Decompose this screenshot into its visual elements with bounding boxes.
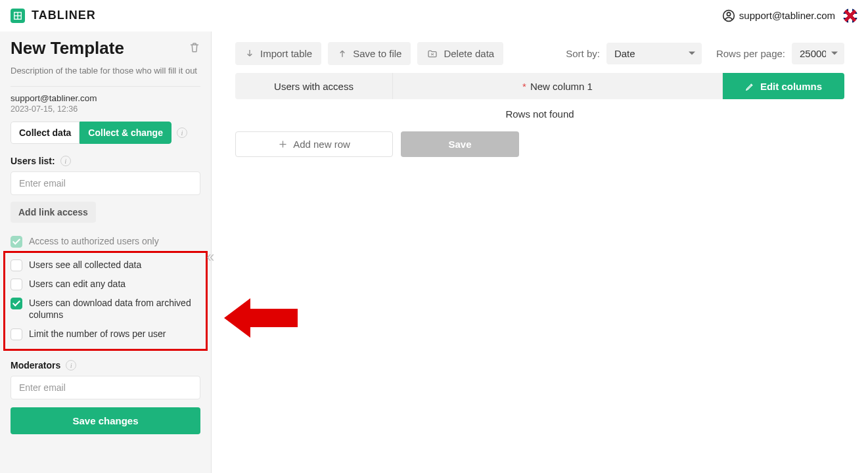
sidebar: New Template Description of the table fo… [0, 32, 212, 473]
delete-template-icon[interactable] [189, 41, 200, 55]
rows-per-page-label: Rows per page: [716, 48, 785, 59]
moderators-email-input[interactable] [11, 376, 200, 399]
checkbox-download-archived-label: Users can download data from archived co… [29, 297, 200, 322]
column-header-new-column[interactable]: * New column 1 [393, 73, 723, 99]
table-header: Users with access * New column 1 Edit co… [235, 73, 844, 99]
rows-per-page-select[interactable]: 25000 [792, 43, 844, 64]
download-arrow-icon [244, 49, 255, 59]
add-link-access-button[interactable]: Add link access [11, 202, 96, 223]
checkbox-edit-any-data-label: Users can edit any data [29, 278, 126, 290]
checkbox-authorized-only[interactable] [11, 236, 22, 248]
brand-name: TABLINER [32, 9, 96, 22]
app-logo-icon [11, 9, 25, 23]
users-email-input[interactable] [11, 171, 200, 195]
toolbar: Import table Save to file Delete data So… [235, 42, 844, 65]
save-changes-button[interactable]: Save changes [11, 407, 200, 434]
language-flag-uk-icon[interactable] [843, 9, 857, 23]
checkbox-authorized-only-label: Access to authorized users only [29, 235, 159, 248]
save-to-file-label: Save to file [353, 48, 401, 59]
users-list-label: Users list: [11, 156, 55, 166]
account-link[interactable]: support@tabliner.com [722, 9, 835, 22]
template-title[interactable]: New Template [11, 38, 124, 58]
sort-by-select[interactable]: Date [606, 43, 702, 64]
mode-collect-and-change[interactable]: Collect & change [80, 122, 171, 144]
required-asterisk-icon: * [522, 81, 526, 92]
info-icon[interactable]: i [66, 360, 76, 371]
template-description[interactable]: Description of the table for those who w… [11, 65, 200, 77]
folder-delete-icon [426, 49, 438, 59]
edit-columns-label: Edit columns [760, 81, 822, 92]
upload-arrow-icon [337, 49, 348, 59]
info-icon[interactable]: i [60, 156, 71, 166]
user-email: support@tabliner.com [739, 10, 835, 21]
sort-by-label: Sort by: [566, 48, 600, 59]
checkbox-see-all-data-label: Users see all collected data [29, 259, 141, 271]
column-header-users[interactable]: Users with access [235, 73, 393, 99]
created-timestamp: 2023-07-15, 12:36 [11, 104, 200, 114]
checkbox-limit-rows-label: Limit the number of rows per user [29, 328, 166, 340]
delete-data-button[interactable]: Delete data [417, 42, 503, 65]
checkbox-download-archived[interactable] [11, 298, 22, 309]
moderators-label: Moderators [11, 360, 60, 371]
main-content: Import table Save to file Delete data So… [212, 32, 868, 473]
pencil-icon [745, 81, 755, 91]
column-header-new-column-label: New column 1 [530, 81, 593, 92]
checkbox-limit-rows[interactable] [11, 328, 22, 340]
add-new-row-button[interactable]: Add new row [235, 131, 393, 157]
checkbox-see-all-data[interactable] [11, 259, 22, 271]
import-table-button[interactable]: Import table [235, 42, 321, 65]
user-circle-icon [722, 9, 735, 22]
checkbox-edit-any-data[interactable] [11, 279, 22, 290]
svg-point-4 [727, 12, 730, 15]
info-icon[interactable]: i [177, 127, 187, 138]
import-table-label: Import table [260, 48, 312, 59]
mode-collect-data[interactable]: Collect data [11, 122, 80, 144]
delete-data-label: Delete data [444, 48, 494, 59]
save-rows-button[interactable]: Save [401, 131, 519, 157]
owner-email: support@tabliner.com [11, 93, 200, 103]
edit-columns-button[interactable]: Edit columns [723, 73, 844, 99]
topbar: TABLINER support@tabliner.com [0, 0, 868, 32]
empty-rows-message: Rows not found [235, 108, 844, 120]
plus-icon [278, 139, 288, 149]
save-to-file-button[interactable]: Save to file [328, 42, 411, 65]
mode-toggle: Collect data Collect & change [11, 122, 171, 144]
highlight-annotation: Users see all collected data Users can e… [3, 251, 208, 351]
add-new-row-label: Add new row [293, 139, 350, 150]
